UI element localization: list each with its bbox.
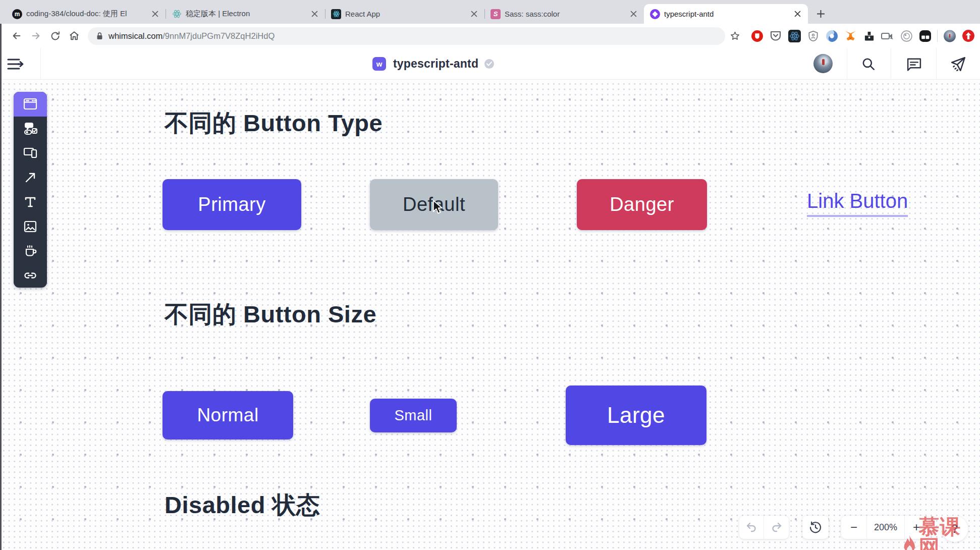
- share-send-icon[interactable]: [947, 48, 969, 80]
- heading-button-size[interactable]: 不同的 Button Size: [165, 299, 376, 331]
- tab-typescript-antd[interactable]: typescript-antd: [644, 4, 808, 24]
- link-button[interactable]: Link Button: [807, 190, 908, 217]
- react-devtools-extension-icon[interactable]: [788, 29, 801, 42]
- text-tool[interactable]: [14, 190, 47, 214]
- widgets-tool[interactable]: [14, 117, 47, 141]
- browser-window: m coding-384/cloud-doc: 使用 El 稳定版本 | Ele…: [0, 0, 980, 550]
- whiteboard-canvas[interactable]: 不同的 Button Type 不同的 Button Size Disabled…: [0, 80, 980, 550]
- sass-favicon: S: [491, 9, 501, 19]
- header-divider: [891, 48, 891, 79]
- small-button[interactable]: Small: [370, 399, 457, 432]
- forward-button[interactable]: [26, 26, 45, 45]
- reload-button[interactable]: [45, 26, 65, 45]
- profile-avatar[interactable]: [943, 29, 956, 42]
- whimsical-header: w typescript-antd: [0, 48, 980, 80]
- header-divider: [847, 48, 847, 79]
- zoom-level[interactable]: 200%: [866, 516, 905, 539]
- header-divider: [40, 48, 41, 79]
- whimsical-favicon: [650, 9, 660, 19]
- extensions-row: [750, 29, 975, 42]
- link-tool[interactable]: [14, 263, 47, 288]
- tray-extension-icon[interactable]: [862, 29, 876, 42]
- blue-swirl-extension-icon[interactable]: [825, 29, 838, 42]
- tab-cloud-doc[interactable]: m coding-384/cloud-doc: 使用 El: [6, 4, 166, 24]
- connector-arrow-tool[interactable]: [14, 166, 47, 190]
- tab-title: 稳定版本 | Electron: [186, 9, 306, 19]
- privacy-shield-extension-icon[interactable]: [806, 29, 820, 42]
- home-button[interactable]: [65, 26, 84, 45]
- zoom-out-button[interactable]: −: [841, 516, 866, 539]
- frames-tool[interactable]: [14, 141, 47, 166]
- heading-disabled[interactable]: Disabled 状态: [165, 489, 320, 521]
- tab-title: typescript-antd: [664, 10, 789, 18]
- undo-redo-group: [739, 516, 789, 539]
- undo-button[interactable]: [739, 516, 764, 539]
- tools-sidebar: [14, 92, 47, 288]
- tab-title: coding-384/cloud-doc: 使用 El: [26, 9, 146, 19]
- normal-button[interactable]: Normal: [162, 391, 293, 439]
- heading-button-type[interactable]: 不同的 Button Type: [165, 107, 383, 139]
- url-host: whimsical.com: [108, 31, 162, 41]
- address-bar: whimsical.com/9nnM7jduPGm7V8ZqH2iHdQ: [0, 24, 980, 48]
- comments-icon[interactable]: [903, 48, 925, 80]
- imooc-watermark: 慕课网: [900, 517, 980, 550]
- saved-check-icon: [484, 59, 494, 69]
- close-tab-icon[interactable]: [150, 10, 159, 19]
- react-favicon: [331, 9, 341, 19]
- close-tab-icon[interactable]: [469, 10, 478, 19]
- close-tab-icon[interactable]: [310, 10, 319, 19]
- mouse-cursor: [432, 200, 445, 215]
- close-tab-icon[interactable]: [793, 10, 802, 19]
- danger-button[interactable]: Danger: [577, 179, 707, 230]
- screen-left-edge: [0, 24, 2, 550]
- history-button[interactable]: [802, 516, 829, 539]
- electron-favicon: [172, 9, 182, 19]
- primary-button[interactable]: Primary: [162, 179, 301, 230]
- extensions-divider: [937, 30, 938, 42]
- new-tab-button[interactable]: [812, 5, 829, 22]
- target-rings-extension-icon[interactable]: [900, 29, 913, 42]
- adblocker-extension-icon[interactable]: [750, 29, 764, 42]
- bookmark-star-icon[interactable]: [725, 26, 744, 45]
- user-avatar[interactable]: [813, 54, 833, 73]
- close-tab-icon[interactable]: [629, 10, 638, 19]
- back-button[interactable]: [7, 26, 26, 45]
- dual-squares-extension-icon[interactable]: [918, 29, 932, 42]
- sticker-coffee-tool[interactable]: [14, 239, 47, 263]
- url-path: /9nnM7jduPGm7V8ZqH2iHdQ: [162, 31, 275, 41]
- screencast-extension-icon[interactable]: [881, 29, 894, 42]
- document-title[interactable]: typescript-antd: [393, 57, 478, 71]
- image-tool[interactable]: [14, 214, 47, 239]
- lock-icon: [96, 32, 103, 40]
- watermark-text: 慕课网: [919, 517, 980, 550]
- header-divider: [936, 48, 937, 79]
- redo-button[interactable]: [764, 516, 789, 539]
- document-title-group[interactable]: w typescript-antd: [372, 48, 494, 80]
- board-card-tool[interactable]: [14, 92, 47, 117]
- pocket-extension-icon[interactable]: [769, 29, 782, 42]
- tab-title: React App: [345, 10, 465, 18]
- url-field[interactable]: whimsical.com/9nnM7jduPGm7V8ZqH2iHdQ: [88, 27, 725, 45]
- tab-title: Sass: sass:color: [505, 10, 625, 18]
- red-arrow-extension-icon[interactable]: [962, 29, 975, 42]
- tab-sass[interactable]: S Sass: sass:color: [484, 4, 644, 24]
- github-favicon: m: [12, 9, 22, 19]
- large-button[interactable]: Large: [566, 386, 706, 445]
- tab-electron[interactable]: 稳定版本 | Electron: [166, 4, 325, 24]
- tab-strip: m coding-384/cloud-doc: 使用 El 稳定版本 | Ele…: [0, 0, 980, 24]
- whimsical-board-badge: w: [372, 57, 386, 71]
- sidebar-toggle-icon[interactable]: [4, 48, 26, 80]
- search-icon[interactable]: [857, 48, 880, 80]
- flame-icon: [900, 534, 919, 550]
- tab-react-app[interactable]: React App: [325, 4, 484, 24]
- metamask-extension-icon[interactable]: [844, 29, 857, 42]
